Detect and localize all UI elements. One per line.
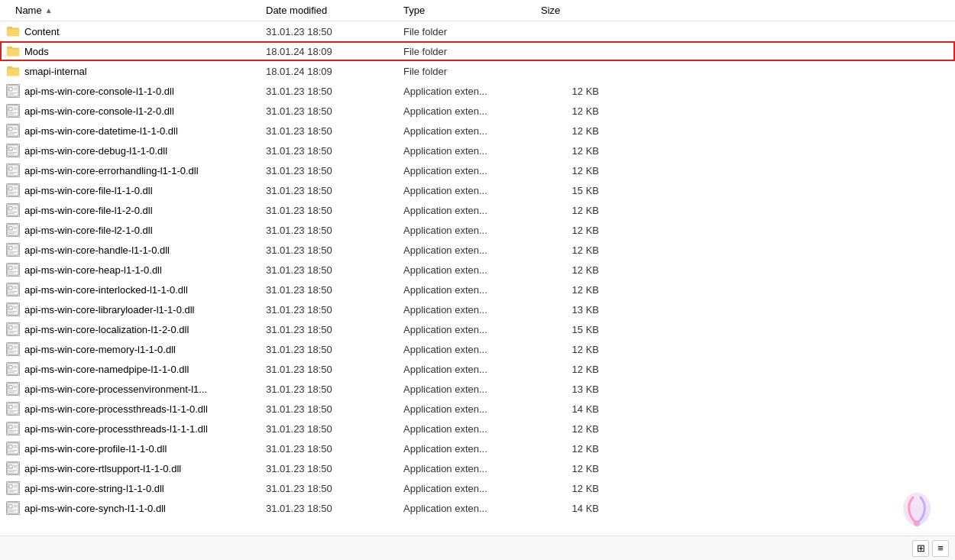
file-name-cell: api-ms-win-core-processthreads-l1-1-0.dl…	[0, 402, 260, 416]
dll-icon	[6, 402, 20, 416]
dll-icon	[6, 163, 20, 177]
file-type-cell: Application exten...	[397, 463, 535, 474]
table-row[interactable]: Mods 18.01.24 18:09 File folder	[0, 41, 955, 61]
table-row[interactable]: api-ms-win-core-memory-l1-1-0.dll 31.01.…	[0, 339, 955, 359]
file-name-text: api-ms-win-core-processthreads-l1-1-1.dl…	[24, 423, 208, 435]
file-date-cell: 31.01.23 18:50	[260, 26, 397, 37]
table-row[interactable]: api-ms-win-core-profile-l1-1-0.dll 31.01…	[0, 439, 955, 458]
table-row[interactable]: api-ms-win-core-handle-l1-1-0.dll 31.01.…	[0, 240, 955, 260]
table-row[interactable]: api-ms-win-core-errorhandling-l1-1-0.dll…	[0, 160, 955, 180]
file-name-text: api-ms-win-core-memory-l1-1-0.dll	[24, 344, 176, 355]
table-row[interactable]: api-ms-win-core-rtlsupport-l1-1-0.dll 31…	[0, 458, 955, 478]
file-type-cell: File folder	[397, 46, 535, 57]
table-row[interactable]: api-ms-win-core-file-l2-1-0.dll 31.01.23…	[0, 220, 955, 240]
table-row[interactable]: api-ms-win-core-processthreads-l1-1-0.dl…	[0, 399, 955, 419]
table-row[interactable]: api-ms-win-core-file-l1-1-0.dll 31.01.23…	[0, 180, 955, 200]
table-row[interactable]: api-ms-win-core-string-l1-1-0.dll 31.01.…	[0, 478, 955, 498]
table-row[interactable]: api-ms-win-core-synch-l1-1-0.dll 31.01.2…	[0, 498, 955, 518]
folder-icon	[6, 44, 20, 58]
file-size-cell: 15 KB	[535, 185, 611, 196]
file-rows-container[interactable]: Content 31.01.23 18:50 File folder Mods …	[0, 21, 955, 536]
file-name-cell: Mods	[0, 44, 260, 58]
table-row[interactable]: api-ms-win-core-console-l1-1-0.dll 31.01…	[0, 81, 955, 101]
dll-icon	[6, 263, 20, 277]
dll-icon	[6, 501, 20, 515]
table-row[interactable]: api-ms-win-core-console-l1-2-0.dll 31.01…	[0, 101, 955, 121]
file-name-cell: api-ms-win-core-console-l1-1-0.dll	[0, 84, 260, 98]
table-row[interactable]: api-ms-win-core-file-l1-2-0.dll 31.01.23…	[0, 200, 955, 220]
dll-icon	[6, 283, 20, 296]
file-name-text: api-ms-win-core-console-l1-2-0.dll	[24, 105, 174, 117]
file-size-cell: 12 KB	[535, 205, 611, 216]
file-type-cell: Application exten...	[397, 125, 535, 137]
dll-icon	[6, 243, 20, 257]
file-type-cell: Application exten...	[397, 403, 535, 415]
file-type-cell: Application exten...	[397, 443, 535, 455]
col-header-date[interactable]: Date modified	[260, 5, 397, 16]
dll-icon	[6, 203, 20, 217]
col-header-name[interactable]: Name ▲	[0, 5, 260, 16]
table-row[interactable]: api-ms-win-core-heap-l1-1-0.dll 31.01.23…	[0, 260, 955, 280]
file-explorer-panel: Name ▲ Date modified Type Size Content 3…	[0, 0, 955, 560]
table-row[interactable]: Content 31.01.23 18:50 File folder	[0, 21, 955, 41]
file-name-text: api-ms-win-core-namedpipe-l1-1-0.dll	[24, 364, 189, 375]
file-name-cell: api-ms-win-core-datetime-l1-1-0.dll	[0, 124, 260, 138]
file-size-cell: 14 KB	[535, 503, 611, 514]
col-header-size[interactable]: Size	[535, 5, 611, 16]
file-name-text: api-ms-win-core-console-l1-1-0.dll	[24, 86, 174, 97]
bottom-status-bar: ⊞ ≡	[0, 536, 955, 560]
file-size-cell: 12 KB	[535, 344, 611, 355]
dll-icon	[6, 183, 20, 197]
file-date-cell: 31.01.23 18:50	[260, 165, 397, 176]
sort-arrow-icon: ▲	[45, 6, 53, 15]
file-date-cell: 31.01.23 18:50	[260, 364, 397, 375]
view-icon-grid[interactable]: ⊞	[912, 540, 929, 557]
file-name-text: api-ms-win-core-file-l1-1-0.dll	[24, 185, 153, 196]
dll-icon	[6, 84, 20, 98]
file-name-text: api-ms-win-core-file-l1-2-0.dll	[24, 205, 153, 216]
table-row[interactable]: api-ms-win-core-datetime-l1-1-0.dll 31.0…	[0, 121, 955, 141]
file-size-cell: 12 KB	[535, 264, 611, 276]
file-date-cell: 31.01.23 18:50	[260, 304, 397, 316]
col-header-type[interactable]: Type	[397, 5, 535, 16]
table-row[interactable]: api-ms-win-core-debug-l1-1-0.dll 31.01.2…	[0, 141, 955, 160]
file-date-cell: 31.01.23 18:50	[260, 244, 397, 256]
table-row[interactable]: smapi-internal 18.01.24 18:09 File folde…	[0, 61, 955, 81]
file-name-cell: api-ms-win-core-namedpipe-l1-1-0.dll	[0, 362, 260, 376]
file-name-cell: api-ms-win-core-errorhandling-l1-1-0.dll	[0, 163, 260, 177]
table-row[interactable]: api-ms-win-core-namedpipe-l1-1-0.dll 31.…	[0, 359, 955, 379]
dll-icon	[6, 322, 20, 336]
file-name-cell: smapi-internal	[0, 64, 260, 78]
file-type-cell: Application exten...	[397, 384, 535, 395]
file-name-text: api-ms-win-core-datetime-l1-1-0.dll	[24, 125, 178, 137]
file-name-text: api-ms-win-core-libraryloader-l1-1-0.dll	[24, 304, 195, 316]
file-type-cell: Application exten...	[397, 264, 535, 276]
type-header-label: Type	[403, 5, 425, 16]
dll-icon	[6, 144, 20, 157]
table-row[interactable]: api-ms-win-core-localization-l1-2-0.dll …	[0, 319, 955, 339]
file-type-cell: Application exten...	[397, 145, 535, 157]
folder-icon	[6, 24, 20, 38]
table-row[interactable]: api-ms-win-core-interlocked-l1-1-0.dll 3…	[0, 280, 955, 299]
file-date-cell: 31.01.23 18:50	[260, 324, 397, 335]
file-size-cell: 14 KB	[535, 403, 611, 415]
file-name-text: smapi-internal	[24, 66, 87, 77]
view-icon-list[interactable]: ≡	[932, 540, 949, 557]
table-row[interactable]: api-ms-win-core-processthreads-l1-1-1.dl…	[0, 419, 955, 439]
file-type-cell: Application exten...	[397, 165, 535, 176]
file-name-text: api-ms-win-core-string-l1-1-0.dll	[24, 483, 164, 494]
size-header-label: Size	[541, 5, 560, 16]
file-name-text: api-ms-win-core-synch-l1-1-0.dll	[24, 503, 166, 514]
file-name-cell: api-ms-win-core-libraryloader-l1-1-0.dll	[0, 303, 260, 316]
file-name-text: Mods	[24, 46, 49, 57]
dll-icon	[6, 362, 20, 376]
table-row[interactable]: api-ms-win-core-processenvironment-l1...…	[0, 379, 955, 399]
dll-icon	[6, 124, 20, 138]
file-date-cell: 31.01.23 18:50	[260, 344, 397, 355]
file-name-cell: api-ms-win-core-handle-l1-1-0.dll	[0, 243, 260, 257]
file-date-cell: 31.01.23 18:50	[260, 503, 397, 514]
folder-icon	[6, 64, 20, 78]
table-row[interactable]: api-ms-win-core-libraryloader-l1-1-0.dll…	[0, 299, 955, 319]
file-date-cell: 31.01.23 18:50	[260, 483, 397, 494]
file-type-cell: File folder	[397, 26, 535, 37]
